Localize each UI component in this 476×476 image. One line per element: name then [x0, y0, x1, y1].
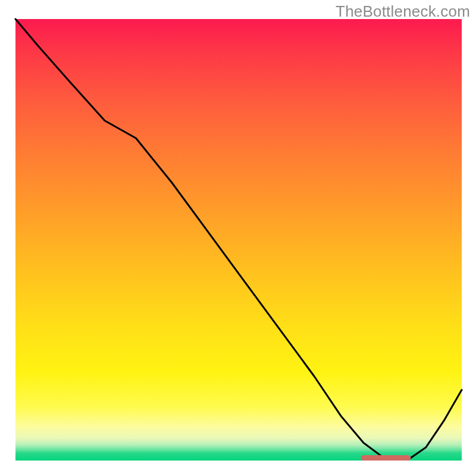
chart-container: TheBottleneck.com — [0, 0, 476, 476]
attribution-label: TheBottleneck.com — [336, 2, 470, 21]
plot-area — [15, 19, 462, 461]
bottleneck-curve — [15, 19, 462, 460]
chart-svg — [15, 19, 462, 461]
